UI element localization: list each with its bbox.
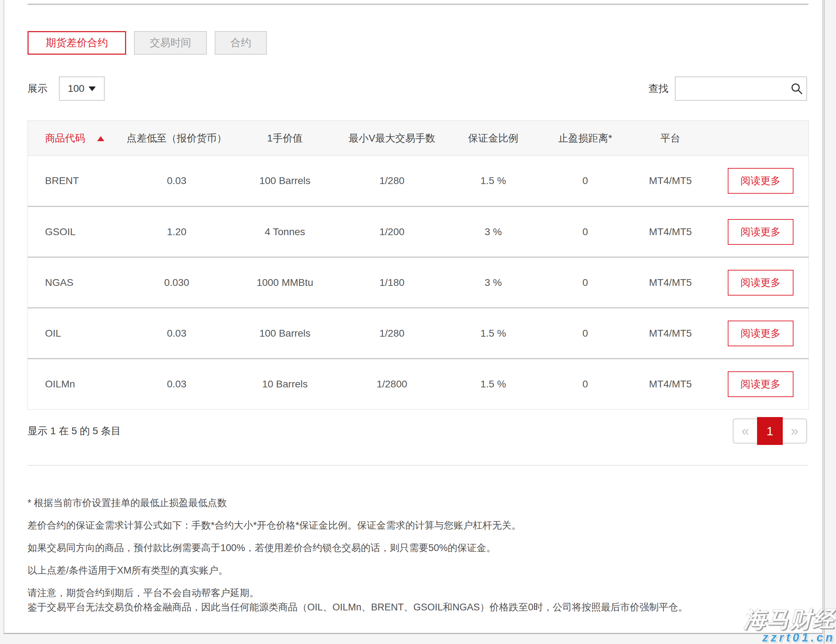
section-divider <box>28 465 808 466</box>
cell-symbol: OIL <box>28 308 123 359</box>
footnotes: * 根据当前市价设置挂单的最低止损盈最低点数 差价合约的保证金需求计算公式如下：… <box>28 496 807 615</box>
pagination-page-1[interactable]: 1 <box>757 417 783 445</box>
cell-sl-tp: 0 <box>542 207 629 257</box>
cell-lot-value: 100 Barrels <box>230 308 340 359</box>
footnote-hedged-margin: 如果交易同方向的商品，预付款比例需要高于100%，若使用差价合约锁仓交易的话，则… <box>28 541 807 555</box>
tab-futures-cfd[interactable]: 期货差价合约 <box>28 31 126 55</box>
watermark-logo-text: 海马财经 <box>744 608 835 631</box>
category-tabs: 期货差价合约 交易时间 合约 <box>28 31 807 55</box>
cell-margin: 1.5 % <box>444 308 542 359</box>
cell-symbol: GSOIL <box>28 207 123 257</box>
cell-symbol: BRENT <box>28 156 123 207</box>
read-more-button[interactable]: 阅读更多 <box>728 168 794 194</box>
cell-lot-value: 1000 MMBtu <box>230 257 340 308</box>
read-more-button[interactable]: 阅读更多 <box>728 219 794 245</box>
pagination-next-button[interactable]: » <box>783 418 807 443</box>
cell-min-max: 1/200 <box>340 207 444 257</box>
footnote-expiry-notice: 请注意，期货合约到期后，平台不会自动帮客户延期。 <box>28 586 807 600</box>
cell-lot-value: 100 Barrels <box>230 156 340 207</box>
cell-platform: MT4/MT5 <box>629 156 713 207</box>
cell-sl-tp: 0 <box>542 257 629 308</box>
read-more-button[interactable]: 阅读更多 <box>728 320 794 346</box>
cell-spread: 0.030 <box>123 257 230 308</box>
read-more-button[interactable]: 阅读更多 <box>728 371 794 397</box>
double-chevron-left-icon: « <box>741 423 749 439</box>
cell-platform: MT4/MT5 <box>629 257 713 308</box>
cell-margin: 1.5 % <box>444 156 542 207</box>
show-entries-label: 展示 <box>28 82 47 95</box>
table-row: NGAS 0.030 1000 MMBtu 1/180 3 % 0 MT4/MT… <box>28 257 809 308</box>
cell-min-max: 1/280 <box>340 308 444 359</box>
double-chevron-right-icon: » <box>790 423 798 439</box>
table-header-row: 商品代码 点差低至（报价货币） 1手价值 最小V最大交易手数 保证金比例 止盈损… <box>28 121 809 156</box>
cell-min-max: 1/280 <box>340 156 444 207</box>
top-divider <box>28 3 808 5</box>
cell-sl-tp: 0 <box>542 359 629 410</box>
header-lot-value[interactable]: 1手价值 <box>230 121 340 156</box>
sort-asc-icon <box>97 136 104 141</box>
header-symbol[interactable]: 商品代码 <box>28 121 123 156</box>
pagination-prev-button[interactable]: « <box>733 418 757 443</box>
cell-symbol: NGAS <box>28 257 123 308</box>
cell-lot-value: 10 Barrels <box>230 359 340 410</box>
cell-margin: 1.5 % <box>444 359 542 410</box>
contracts-table: 商品代码 点差低至（报价货币） 1手价值 最小V最大交易手数 保证金比例 止盈损… <box>28 121 809 410</box>
search-icon[interactable] <box>790 83 803 95</box>
footnote-margin-formula: 差价合约的保证金需求计算公式如下：手数*合约大小*开仓价格*保证金比例。保证金需… <box>28 518 807 533</box>
table-row: GSOIL 1.20 4 Tonnes 1/200 3 % 0 MT4/MT5 … <box>28 207 809 257</box>
tab-trading-hours[interactable]: 交易时间 <box>134 31 207 55</box>
cell-symbol: OILMn <box>28 359 123 410</box>
table-row: BRENT 0.03 100 Barrels 1/280 1.5 % 0 MT4… <box>28 156 809 207</box>
header-platform[interactable]: 平台 <box>629 121 713 156</box>
chevron-down-icon <box>88 87 96 91</box>
cell-margin: 3 % <box>444 207 542 257</box>
cell-sl-tp: 0 <box>542 308 629 359</box>
tab-trading-hours-label: 交易时间 <box>150 36 191 50</box>
header-spread[interactable]: 点差低至（报价货币） <box>123 121 230 156</box>
read-more-button[interactable]: 阅读更多 <box>728 270 794 296</box>
header-actions <box>713 121 809 156</box>
search-input[interactable] <box>675 77 807 101</box>
tab-futures-cfd-label: 期货差价合约 <box>46 36 108 50</box>
cell-margin: 3 % <box>444 257 542 308</box>
search-box <box>675 77 807 101</box>
page-size-value: 100 <box>68 83 85 94</box>
watermark-site-url: zzrt01.cn <box>744 631 835 644</box>
tab-contracts[interactable]: 合约 <box>215 31 267 55</box>
cell-sl-tp: 0 <box>542 156 629 207</box>
cell-lot-value: 4 Tonnes <box>230 207 340 257</box>
header-symbol-label: 商品代码 <box>45 132 85 144</box>
search-label: 查找 <box>648 82 668 95</box>
footnote-stop-levels: * 根据当前市价设置挂单的最低止损盈最低点数 <box>28 496 807 510</box>
cell-spread: 0.03 <box>123 308 230 359</box>
cell-min-max: 1/180 <box>340 257 444 308</box>
footnote-applies-to-accounts: 以上点差/条件适用于XM所有类型的真实账户。 <box>28 563 807 577</box>
footnote-negative-prices: 鉴于交易平台无法交易负价格金融商品，因此当任何能源类商品（OIL、OILMn、B… <box>28 600 807 615</box>
pagination: « 1 » <box>733 417 807 445</box>
content-panel: 期货差价合约 交易时间 合约 展示 100 查找 <box>3 0 823 634</box>
cell-platform: MT4/MT5 <box>629 308 713 359</box>
table-row: OILMn 0.03 10 Barrels 1/2800 1.5 % 0 MT4… <box>28 359 809 410</box>
table-controls: 展示 100 查找 <box>28 77 807 101</box>
cell-spread: 0.03 <box>123 156 230 207</box>
table-row: OIL 0.03 100 Barrels 1/280 1.5 % 0 MT4/M… <box>28 308 809 359</box>
cell-platform: MT4/MT5 <box>629 359 713 410</box>
cell-spread: 1.20 <box>123 207 230 257</box>
header-sl-tp-distance[interactable]: 止盈损距离* <box>542 121 629 156</box>
header-min-max-lots[interactable]: 最小V最大交易手数 <box>340 121 444 156</box>
table-footer: 显示 1 在 5 的 5 条目 « 1 » <box>28 417 807 445</box>
entries-summary: 显示 1 在 5 的 5 条目 <box>28 424 121 438</box>
scrollbar-track[interactable] <box>824 0 836 644</box>
header-margin[interactable]: 保证金比例 <box>444 121 542 156</box>
cell-platform: MT4/MT5 <box>629 207 713 257</box>
cell-min-max: 1/2800 <box>340 359 444 410</box>
watermark: 海马财经 zzrt01.cn <box>744 608 835 644</box>
cell-spread: 0.03 <box>123 359 230 410</box>
page-size-select[interactable]: 100 <box>59 77 104 101</box>
tab-contracts-label: 合约 <box>230 36 251 50</box>
